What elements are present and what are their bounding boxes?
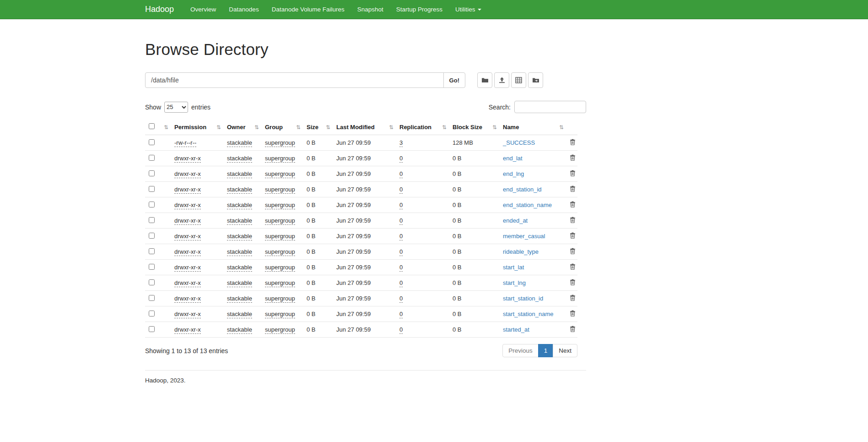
file-link[interactable]: end_lng <box>503 170 524 177</box>
file-link[interactable]: end_lat <box>503 155 523 162</box>
permission-value[interactable]: drwxr-xr-x <box>174 295 201 303</box>
pagination-previous[interactable]: Previous <box>502 344 539 357</box>
nav-item-startup-progress[interactable]: Startup Progress <box>390 0 449 19</box>
file-link[interactable]: end_station_name <box>503 202 552 208</box>
owner-value[interactable]: stackable <box>227 217 252 225</box>
owner-value[interactable]: stackable <box>227 233 252 240</box>
delete-button[interactable] <box>570 170 576 178</box>
replication-value[interactable]: 3 <box>399 139 403 147</box>
permission-value[interactable]: drwxr-xr-x <box>174 233 201 240</box>
file-link[interactable]: start_lng <box>503 279 526 286</box>
upload-file-button[interactable] <box>494 72 509 88</box>
file-link[interactable]: start_station_name <box>503 311 554 317</box>
file-link[interactable]: member_casual <box>503 233 545 240</box>
row-checkbox[interactable] <box>149 186 155 192</box>
delete-button[interactable] <box>570 295 576 302</box>
group-value[interactable]: supergroup <box>265 202 295 209</box>
nav-item-datanodes[interactable]: Datanodes <box>222 0 265 19</box>
group-value[interactable]: supergroup <box>265 295 295 303</box>
replication-value[interactable]: 0 <box>399 155 403 163</box>
group-value[interactable]: supergroup <box>265 311 295 318</box>
delete-button[interactable] <box>570 186 576 193</box>
owner-value[interactable]: stackable <box>227 186 252 194</box>
nav-item-overview[interactable]: Overview <box>184 0 222 19</box>
replication-value[interactable]: 0 <box>399 279 403 287</box>
nav-item-snapshot[interactable]: Snapshot <box>351 0 390 19</box>
search-input[interactable] <box>514 101 586 113</box>
header-size[interactable]: Size⇅ <box>303 120 333 135</box>
delete-button[interactable] <box>570 217 576 224</box>
replication-value[interactable]: 0 <box>399 186 403 194</box>
group-value[interactable]: supergroup <box>265 217 295 225</box>
permission-value[interactable]: drwxr-xr-x <box>174 264 201 272</box>
permission-value[interactable]: drwxr-xr-x <box>174 217 201 225</box>
row-checkbox[interactable] <box>149 139 155 145</box>
header-group[interactable]: Group⇅ <box>261 120 303 135</box>
replication-value[interactable]: 0 <box>399 264 403 272</box>
file-link[interactable]: rideable_type <box>503 248 539 255</box>
pagination-page-1[interactable]: 1 <box>538 344 554 357</box>
replication-value[interactable]: 0 <box>399 248 403 256</box>
header-replication[interactable]: Replication⇅ <box>396 120 449 135</box>
sort-icon[interactable]: ⇅ <box>164 124 168 130</box>
replication-value[interactable]: 0 <box>399 170 403 178</box>
row-checkbox[interactable] <box>149 326 155 332</box>
header-last-modified[interactable]: Last Modified⇅ <box>333 120 396 135</box>
permission-value[interactable]: drwxr-xr-x <box>174 311 201 318</box>
owner-value[interactable]: stackable <box>227 139 252 147</box>
permission-value[interactable]: -rw-r--r-- <box>174 139 196 147</box>
delete-button[interactable] <box>570 139 576 147</box>
permission-value[interactable]: drwxr-xr-x <box>174 248 201 256</box>
owner-value[interactable]: stackable <box>227 279 252 287</box>
file-link[interactable]: start_station_id <box>503 295 543 302</box>
file-link[interactable]: started_at <box>503 326 529 333</box>
permission-value[interactable]: drwxr-xr-x <box>174 326 201 334</box>
delete-button[interactable] <box>570 248 576 256</box>
header-name[interactable]: Name⇅ <box>499 120 566 135</box>
file-link[interactable]: ended_at <box>503 217 528 224</box>
move-directory-button[interactable] <box>528 72 543 88</box>
group-value[interactable]: supergroup <box>265 186 295 194</box>
brand[interactable]: Hadoop <box>145 0 184 19</box>
permission-value[interactable]: drwxr-xr-x <box>174 155 201 163</box>
replication-value[interactable]: 0 <box>399 202 403 209</box>
page-size-select[interactable]: 25 <box>164 102 188 113</box>
owner-value[interactable]: stackable <box>227 170 252 178</box>
row-checkbox[interactable] <box>149 295 155 301</box>
owner-value[interactable]: stackable <box>227 248 252 256</box>
replication-value[interactable]: 0 <box>399 295 403 303</box>
row-checkbox[interactable] <box>149 217 155 223</box>
row-checkbox[interactable] <box>149 311 155 316</box>
directory-path-input[interactable] <box>145 72 444 88</box>
nav-item-utilities[interactable]: Utilities <box>449 0 488 19</box>
header-owner[interactable]: Owner⇅ <box>223 120 261 135</box>
replication-value[interactable]: 0 <box>399 311 403 318</box>
delete-button[interactable] <box>570 310 576 318</box>
file-link[interactable]: end_station_id <box>503 186 542 193</box>
delete-button[interactable] <box>570 263 576 271</box>
owner-value[interactable]: stackable <box>227 311 252 318</box>
file-link[interactable]: start_lat <box>503 264 524 271</box>
permission-value[interactable]: drwxr-xr-x <box>174 202 201 209</box>
row-checkbox[interactable] <box>149 202 155 207</box>
group-value[interactable]: supergroup <box>265 248 295 256</box>
replication-value[interactable]: 0 <box>399 217 403 225</box>
header-block-size[interactable]: Block Size⇅ <box>449 120 499 135</box>
grid-view-button[interactable] <box>511 72 526 88</box>
select-all-checkbox[interactable] <box>149 123 155 129</box>
group-value[interactable]: supergroup <box>265 233 295 240</box>
row-checkbox[interactable] <box>149 155 155 161</box>
delete-button[interactable] <box>570 232 576 240</box>
owner-value[interactable]: stackable <box>227 295 252 303</box>
delete-button[interactable] <box>570 326 576 333</box>
owner-value[interactable]: stackable <box>227 202 252 209</box>
replication-value[interactable]: 0 <box>399 233 403 240</box>
delete-button[interactable] <box>570 279 576 287</box>
group-value[interactable]: supergroup <box>265 139 295 147</box>
permission-value[interactable]: drwxr-xr-x <box>174 170 201 178</box>
delete-button[interactable] <box>570 201 576 209</box>
header-permission[interactable]: Permission⇅ <box>171 120 223 135</box>
group-value[interactable]: supergroup <box>265 155 295 163</box>
permission-value[interactable]: drwxr-xr-x <box>174 279 201 287</box>
create-directory-button[interactable] <box>477 72 492 88</box>
